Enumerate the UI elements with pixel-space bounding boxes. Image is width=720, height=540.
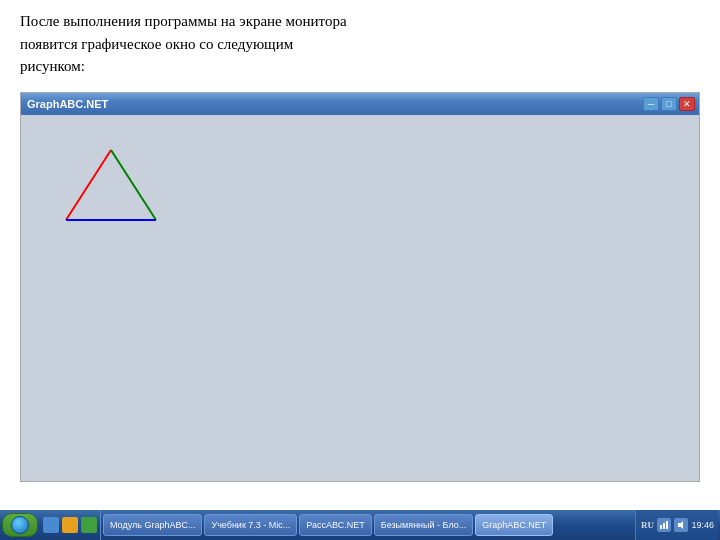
taskbar-item-3[interactable]: Безымянный - Бло... [374, 514, 473, 536]
taskbar-item-2[interactable]: РасcАВС.NET [299, 514, 371, 536]
triangle-graphic [61, 145, 161, 225]
text-line2: появится графическое окно со следующим [20, 36, 293, 52]
minimize-button[interactable]: ─ [643, 97, 659, 111]
svg-line-0 [66, 150, 111, 220]
svg-marker-6 [678, 521, 683, 529]
maximize-button[interactable]: □ [661, 97, 677, 111]
ql-icon-2[interactable] [62, 517, 78, 533]
taskbar-item-4[interactable]: GraphABC.NET [475, 514, 553, 536]
svg-rect-4 [663, 523, 665, 529]
taskbar: Модуль GraphABC... Учебник 7.3 - Mic... … [0, 510, 720, 540]
tray-icon-network [657, 518, 671, 532]
window-title: GraphABC.NET [25, 98, 108, 110]
close-button[interactable]: ✕ [679, 97, 695, 111]
windows-orb [11, 516, 29, 534]
window-titlebar: GraphABC.NET ─ □ ✕ [21, 93, 699, 115]
taskbar-item-0[interactable]: Модуль GraphABC... [103, 514, 202, 536]
text-line3: рисунком: [20, 58, 85, 74]
tray-clock: 19:46 [691, 520, 714, 531]
svg-rect-3 [660, 525, 662, 529]
svg-rect-5 [666, 521, 668, 529]
tray-icon-lang: RU [640, 518, 654, 532]
window-body [21, 115, 699, 481]
system-tray: RU 19:46 [635, 510, 718, 540]
graphabc-window: GraphABC.NET ─ □ ✕ [20, 92, 700, 482]
start-button[interactable] [2, 513, 38, 537]
taskbar-item-1[interactable]: Учебник 7.3 - Mic... [204, 514, 297, 536]
ql-icon-3[interactable] [81, 517, 97, 533]
quick-launch [40, 510, 101, 540]
ql-icon-1[interactable] [43, 517, 59, 533]
taskbar-items: Модуль GraphABC... Учебник 7.3 - Mic... … [103, 514, 633, 536]
svg-line-1 [111, 150, 156, 220]
titlebar-buttons: ─ □ ✕ [643, 97, 695, 111]
tray-icon-volume [674, 518, 688, 532]
page-text: После выполнения программы на экране мон… [0, 0, 720, 86]
text-line1: После выполнения программы на экране мон… [20, 13, 347, 29]
